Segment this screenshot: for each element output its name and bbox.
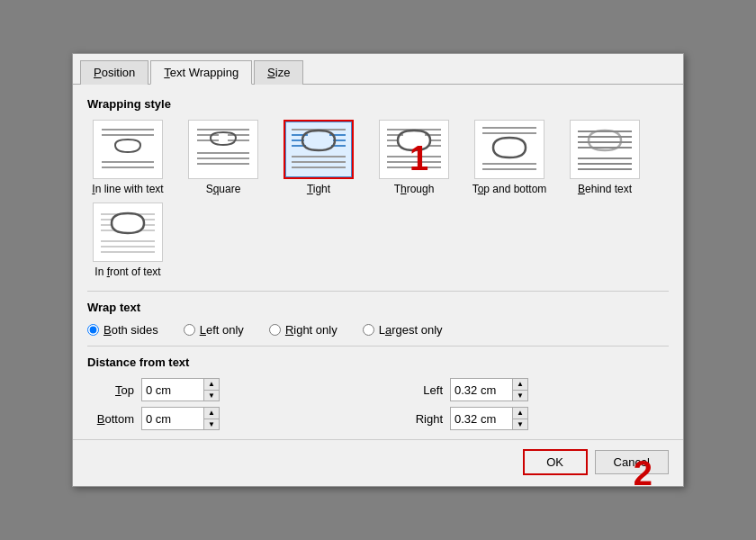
style-label-through: Through (394, 183, 435, 195)
radio-largest-only[interactable]: Largest only (363, 323, 443, 337)
radio-largest-only-label: Largest only (379, 323, 443, 337)
radio-left-only[interactable]: Left only (184, 323, 244, 337)
radio-both-sides-input[interactable] (87, 324, 99, 336)
tab-position[interactable]: Position (80, 60, 148, 85)
style-icon-infront (93, 202, 163, 262)
infront-svg (97, 206, 158, 258)
svg-rect-11 (197, 163, 249, 165)
bottom-dist-spinner: ▲ ▼ (203, 408, 219, 429)
radio-left-only-label: Left only (200, 323, 244, 337)
svg-rect-35 (482, 168, 536, 170)
top-dist-up[interactable]: ▲ (204, 379, 219, 390)
svg-rect-28 (428, 145, 441, 147)
style-icon-behind (570, 120, 640, 179)
right-dist-label: Right (396, 412, 443, 426)
style-item-square[interactable]: Square (183, 120, 264, 195)
wrap-text-section: Wrap text Both sides Left only Right onl… (87, 301, 669, 337)
tab-content: Wrapping style In line with text (73, 85, 683, 439)
tab-size[interactable]: Size (254, 60, 303, 85)
svg-rect-47 (101, 240, 155, 242)
bottom-dist-down[interactable]: ▼ (204, 418, 219, 429)
svg-rect-6 (228, 134, 249, 136)
svg-rect-30 (387, 161, 441, 163)
right-dist-input[interactable] (451, 410, 512, 428)
right-dist-row: Right ▲ ▼ (396, 407, 669, 430)
wrap-text-label: Wrap text (87, 301, 669, 314)
radio-right-only[interactable]: Right only (269, 323, 338, 337)
tab-position-label: Position (94, 66, 135, 79)
radio-right-only-input[interactable] (269, 324, 281, 336)
style-icon-square (188, 120, 258, 179)
topbottom-svg (479, 123, 540, 176)
svg-rect-38 (578, 141, 632, 143)
tight-svg (288, 123, 349, 176)
tab-text-wrapping[interactable]: Text Wrapping (150, 60, 252, 85)
right-dist-up[interactable]: ▲ (513, 408, 527, 418)
svg-rect-48 (101, 246, 155, 248)
top-dist-down[interactable]: ▼ (204, 390, 219, 400)
bottom-dist-input[interactable] (142, 410, 203, 428)
layout-dialog: Position Text Wrapping Size Wrapping sty… (72, 53, 684, 487)
style-item-behind[interactable]: Behind text (564, 120, 645, 195)
left-dist-input[interactable] (451, 382, 512, 399)
svg-rect-32 (482, 127, 536, 129)
svg-rect-1 (102, 134, 154, 136)
radio-largest-only-input[interactable] (363, 324, 374, 336)
svg-rect-42 (578, 168, 632, 170)
top-dist-label: Top (87, 383, 134, 397)
svg-rect-26 (430, 140, 441, 141)
left-dist-input-wrap: ▲ ▼ (450, 378, 528, 401)
svg-rect-31 (387, 166, 441, 168)
style-label-tight: Tight (307, 183, 330, 195)
svg-rect-29 (387, 156, 441, 158)
radio-right-only-label: Right only (285, 323, 338, 337)
style-icon-inline (93, 120, 163, 179)
tab-bar: Position Text Wrapping Size (73, 54, 683, 85)
svg-rect-39 (578, 147, 632, 148)
radio-left-only-input[interactable] (184, 324, 195, 336)
wrapping-style-grid: In line with text (87, 120, 669, 278)
divider-2 (87, 346, 669, 346)
style-item-inline[interactable]: In line with text (87, 120, 168, 195)
svg-rect-37 (578, 136, 632, 138)
style-label-square: Square (206, 183, 241, 195)
style-item-infront[interactable]: In front of text (87, 202, 168, 278)
svg-rect-4 (197, 129, 249, 130)
svg-rect-25 (387, 140, 398, 141)
svg-rect-27 (387, 145, 400, 147)
top-dist-row: Top ▲ ▼ (87, 378, 360, 401)
left-dist-down[interactable]: ▼ (513, 390, 527, 400)
square-svg (193, 123, 254, 176)
radio-both-sides-label: Both sides (104, 323, 158, 337)
bottom-dist-up[interactable]: ▲ (204, 408, 219, 418)
style-icon-through (379, 120, 449, 179)
wrap-text-options: Both sides Left only Right only Largest … (87, 323, 669, 337)
radio-both-sides[interactable]: Both sides (87, 323, 158, 337)
style-item-through[interactable]: Through (374, 120, 454, 195)
svg-rect-3 (102, 166, 154, 168)
svg-rect-20 (292, 161, 346, 163)
svg-rect-34 (482, 163, 536, 165)
distance-label: Distance from text (87, 356, 669, 369)
cancel-button[interactable]: Cancel (595, 450, 669, 474)
style-label-infront: In front of text (94, 266, 160, 278)
right-dist-spinner: ▲ ▼ (512, 408, 527, 429)
behind-svg (574, 123, 635, 176)
right-dist-down[interactable]: ▼ (513, 418, 527, 429)
style-icon-topbottom (474, 120, 544, 179)
svg-rect-36 (578, 130, 632, 132)
svg-rect-33 (482, 132, 536, 134)
ok-button[interactable]: OK (523, 449, 588, 475)
style-icon-tight (284, 120, 354, 179)
through-svg (383, 123, 445, 176)
top-dist-spinner: ▲ ▼ (203, 379, 219, 400)
svg-rect-19 (292, 156, 346, 158)
inline-svg (97, 123, 158, 176)
style-item-topbottom[interactable]: Top and bottom (469, 120, 550, 195)
wrapping-style-label: Wrapping style (87, 97, 669, 111)
left-dist-up[interactable]: ▲ (513, 379, 527, 390)
top-dist-input[interactable] (142, 382, 203, 399)
tab-size-label: Size (267, 66, 290, 79)
left-dist-row: Left ▲ ▼ (396, 378, 669, 401)
style-item-tight[interactable]: Tight (278, 120, 359, 195)
